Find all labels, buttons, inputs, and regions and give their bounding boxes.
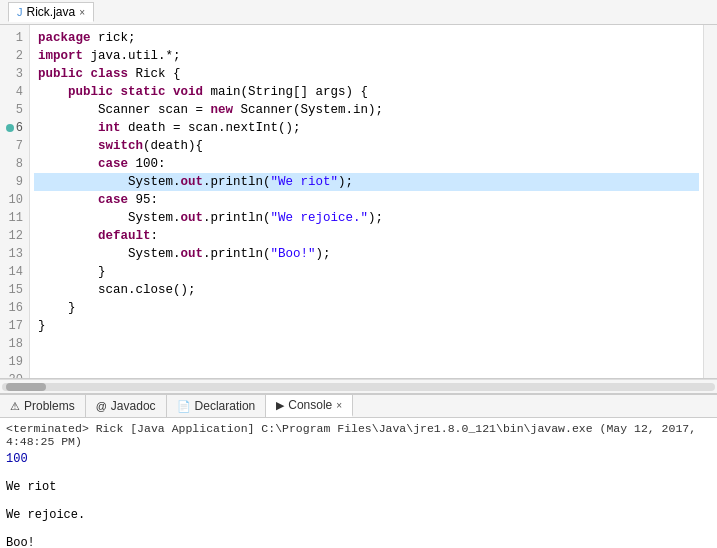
code-line-21: }: [34, 263, 699, 281]
line-number-7: 7: [4, 137, 23, 155]
declaration-icon: 📄: [177, 400, 191, 413]
line-number-16: 16: [4, 299, 23, 317]
code-line-22: scan.close();: [34, 281, 699, 299]
line-number-13: 13: [4, 245, 23, 263]
bottom-tab-bar: ⚠Problems@Javadoc📄Declaration▶Console ×: [0, 394, 717, 418]
console-icon: ▶: [276, 399, 284, 412]
code-line-8: Scanner scan = new Scanner(System.in);: [34, 101, 699, 119]
code-area[interactable]: package rick;import java.util.*;public c…: [30, 25, 703, 378]
line-number-17: 17: [4, 317, 23, 335]
javadoc-icon: @: [96, 400, 107, 412]
problems-label: Problems: [24, 399, 75, 413]
code-line-23: }: [34, 299, 699, 317]
line-number-19: 19: [4, 353, 23, 371]
tab-javadoc[interactable]: @Javadoc: [86, 395, 167, 417]
line-number-9: 9: [4, 173, 23, 191]
line-number-15: 15: [4, 281, 23, 299]
line-number-2: 2: [4, 47, 23, 65]
code-line-4: public class Rick {: [34, 65, 699, 83]
tab-label: Rick.java: [27, 5, 76, 19]
line-number-8: 8: [4, 155, 23, 173]
line-number-1: 1: [4, 29, 23, 47]
tab-console[interactable]: ▶Console ×: [266, 395, 353, 417]
code-line-17: System.out.println("We rejoice.");: [34, 209, 699, 227]
bottom-panels: ⚠Problems@Javadoc📄Declaration▶Console × …: [0, 393, 717, 548]
console-area[interactable]: <terminated> Rick [Java Application] C:\…: [0, 418, 717, 548]
line-number-4: 4: [4, 83, 23, 101]
code-line-9: int death = scan.nextInt();: [34, 119, 699, 137]
line-numbers: 1234567891011121314151617181920212223242…: [0, 25, 30, 378]
line-number-18: 18: [4, 335, 23, 353]
code-line-13: case 100:: [34, 155, 699, 173]
tab-declaration[interactable]: 📄Declaration: [167, 395, 267, 417]
editor-container: 1234567891011121314151617181920212223242…: [0, 25, 717, 379]
line-number-20: 20: [4, 371, 23, 379]
line-number-11: 11: [4, 209, 23, 227]
code-line-6: public static void main(String[] args) {: [34, 83, 699, 101]
console-label: Console: [288, 398, 332, 412]
console-line-2: We rejoice.: [6, 508, 711, 522]
console-close[interactable]: ×: [336, 400, 342, 411]
javadoc-label: Javadoc: [111, 399, 156, 413]
code-line-19: default:: [34, 227, 699, 245]
line-number-14: 14: [4, 263, 23, 281]
code-line-2: import java.util.*;: [34, 47, 699, 65]
breakpoint-marker[interactable]: [6, 124, 14, 132]
close-icon[interactable]: ×: [79, 7, 85, 18]
file-icon: J: [17, 6, 23, 18]
code-line-11: switch(death){: [34, 137, 699, 155]
line-number-5: 5: [4, 101, 23, 119]
line-number-12: 12: [4, 227, 23, 245]
title-bar: J Rick.java ×: [0, 0, 717, 25]
code-line-14: System.out.println("We riot");: [34, 173, 699, 191]
code-line-24: }: [34, 317, 699, 335]
console-line-0: 100: [6, 452, 711, 466]
code-line-16: case 95:: [34, 191, 699, 209]
scroll-track: [2, 383, 715, 391]
code-line-20: System.out.println("Boo!");: [34, 245, 699, 263]
vertical-scrollbar[interactable]: [703, 25, 717, 378]
line-number-3: 3: [4, 65, 23, 83]
line-number-10: 10: [4, 191, 23, 209]
console-output: 100We riotWe rejoice.Boo!: [6, 452, 711, 548]
editor-tab[interactable]: J Rick.java ×: [8, 2, 94, 22]
console-line-1: We riot: [6, 480, 711, 494]
problems-icon: ⚠: [10, 400, 20, 413]
console-line-3: Boo!: [6, 536, 711, 548]
scroll-thumb[interactable]: [6, 383, 46, 391]
horizontal-scrollbar[interactable]: [0, 379, 717, 393]
console-header: <terminated> Rick [Java Application] C:\…: [6, 422, 711, 448]
line-number-6: 6: [4, 119, 23, 137]
tab-problems[interactable]: ⚠Problems: [0, 395, 86, 417]
declaration-label: Declaration: [195, 399, 256, 413]
code-line-1: package rick;: [34, 29, 699, 47]
